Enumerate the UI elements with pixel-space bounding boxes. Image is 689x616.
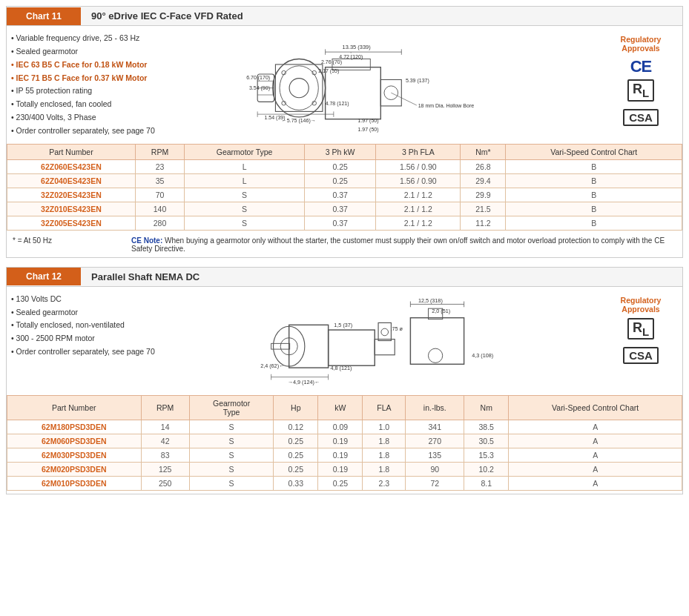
table-row: 2.1 / 1.2	[376, 188, 461, 202]
table-row: 35	[135, 173, 184, 188]
table-row: S	[189, 462, 273, 476]
chart11-footnote-left: * = At 50 Hz	[13, 236, 116, 245]
svg-point-44	[381, 328, 389, 336]
table-row: 23	[135, 159, 184, 173]
ce-note-icon: CE	[131, 236, 144, 245]
table-row: 2.3	[363, 476, 406, 490]
table-row: 250	[141, 476, 189, 490]
table-row: A	[509, 476, 682, 490]
table-row: 62M180PSD3DEN	[7, 420, 142, 434]
col-nm: Nm*	[461, 144, 506, 159]
chart11-bullets: Variable frequency drive, 25 - 63 Hz Sea…	[11, 32, 174, 138]
table-row: A	[509, 420, 682, 434]
table-row: 14	[141, 420, 189, 434]
table-row: 83	[141, 448, 189, 462]
csa-mark: CSA	[623, 109, 659, 126]
svg-point-0	[273, 59, 326, 117]
svg-text:2.76 (70): 2.76 (70)	[321, 59, 342, 65]
chart12-body: 130 Volts DC Sealed gearmotor Totally en…	[7, 287, 682, 395]
table-row: 1.56 / 0.90	[376, 159, 461, 173]
table-row: 29.4	[461, 173, 506, 188]
chart12-section: Chart 12 Parallel Shaft NEMA DC 130 Volt…	[6, 267, 683, 494]
chart12-table: Part Number RPM GearmotorType Hp kW FLA …	[7, 395, 682, 491]
svg-text:3.54 (90): 3.54 (90)	[249, 85, 270, 91]
chart11-body: Variable frequency drive, 25 - 63 Hz Sea…	[7, 26, 682, 144]
table-row: S	[189, 420, 273, 434]
chart11-diagram-svg: 13.35 (339) 4.72 (120) 5.39 (137) 6.70 (…	[179, 33, 599, 136]
svg-text:18 mm Dia. Hollow Bore: 18 mm Dia. Hollow Bore	[418, 103, 475, 108]
svg-text:4,8 (121): 4,8 (121)	[331, 365, 352, 371]
bullet-2: Sealed gearmotor	[11, 45, 174, 59]
ce-mark: CE	[630, 57, 652, 76]
svg-line-35	[391, 93, 417, 106]
note-text: When buying a gearmotor only without the…	[131, 236, 665, 253]
svg-point-2	[289, 79, 309, 98]
chart11-table-wrapper: Part Number RPM Gearmotor Type 3 Ph kW 3…	[7, 144, 682, 234]
table-row: 1.8	[363, 448, 406, 462]
chart11-approvals-title: Regulatory Approvals	[604, 35, 678, 53]
col-part-number: Part Number	[7, 144, 136, 159]
table-row: 135	[406, 448, 464, 462]
svg-point-1	[280, 66, 318, 110]
bullet-1: Variable frequency drive, 25 - 63 Hz	[11, 32, 174, 45]
chart12-approvals-title: Regulatory Approvals	[604, 296, 678, 314]
table-row: 29.9	[461, 188, 506, 202]
bullet-4: IEC 71 B5 C Face for 0.37 kW Motor	[11, 72, 174, 85]
table-row: B	[506, 159, 682, 173]
svg-rect-43	[378, 322, 391, 340]
table-row: 0.19	[318, 462, 363, 476]
table-row: A	[509, 434, 682, 448]
col-gearmotor-type: Gearmotor Type	[185, 144, 305, 159]
table-row: 32Z010ES423EN	[7, 202, 136, 216]
chart12-bullets: 130 Volts DC Sealed gearmotor Totally en…	[11, 293, 174, 389]
table-row: 15.3	[464, 448, 509, 462]
svg-rect-37	[289, 325, 329, 368]
table-row: S	[185, 188, 305, 202]
table-row: L	[185, 159, 305, 173]
chart12-ul-mark: RL	[627, 318, 654, 340]
table-row: 10.2	[464, 462, 509, 476]
table-row: 0.12	[274, 420, 318, 434]
svg-point-47	[428, 348, 442, 362]
table-row: 30.5	[464, 434, 509, 448]
table-row: 0.09	[318, 420, 363, 434]
table-row: 11.2	[461, 216, 506, 230]
chart12-subtitle: Parallel Shaft NEMA DC	[81, 268, 210, 286]
chart11-section: Chart 11 90° eDrive IEC C-Face VFD Rated…	[6, 6, 683, 258]
svg-text:1,5 (37): 1,5 (37)	[334, 322, 352, 328]
svg-text:4.72 (120): 4.72 (120)	[339, 54, 363, 60]
table-row: 1.8	[363, 462, 406, 476]
c12-col-fla: FLA	[363, 395, 406, 420]
table-row: A	[509, 462, 682, 476]
table-row: 0.19	[318, 448, 363, 462]
table-row: 62M010PSD3DEN	[7, 476, 142, 490]
table-row: S	[189, 448, 273, 462]
table-row: 90	[406, 462, 464, 476]
svg-text:1.97 (50): 1.97 (50)	[358, 119, 379, 125]
table-row: 62Z060ES423EN	[7, 159, 136, 173]
c12-col-inlbs: in.-lbs.	[406, 395, 464, 420]
table-row: 8.1	[464, 476, 509, 490]
ul-mark: RL	[627, 79, 654, 102]
table-row: 38.5	[464, 420, 509, 434]
c12-bullet-1: 130 Volts DC	[11, 293, 174, 306]
table-row: 0.25	[318, 476, 363, 490]
bullet-7: 230/400 Volts, 3 Phase	[11, 111, 174, 125]
table-row: B	[506, 188, 682, 202]
chart11-footnote-right: CE Note: When buying a gearmotor only wi…	[131, 236, 676, 253]
chart11-subtitle: 90° eDrive IEC C-Face VFD Rated	[81, 7, 254, 25]
svg-text:←5.75 (146)→: ←5.75 (146)→	[282, 119, 316, 125]
table-row: S	[189, 476, 273, 490]
c12-col-nm: Nm	[464, 395, 509, 420]
table-row: S	[189, 434, 273, 448]
svg-text:5.39 (137): 5.39 (137)	[406, 79, 429, 85]
bullet-3: IEC 63 B5 C Face for 0.18 kW Motor	[11, 59, 174, 72]
table-row: 341	[406, 420, 464, 434]
bullet-8: Order controller separately, see page 70	[11, 125, 174, 138]
chart12-diagram: ,75 ø 12,5 (318) 2,0 (51) 4,3 (108) 1	[179, 293, 599, 389]
table-row: B	[506, 216, 682, 230]
svg-text:4,3 (108): 4,3 (108)	[472, 351, 493, 358]
bullet-6: Totally enclosed, fan cooled	[11, 98, 174, 111]
c12-col-part-number: Part Number	[7, 395, 142, 420]
chart12-title: Chart 12	[7, 268, 81, 285]
